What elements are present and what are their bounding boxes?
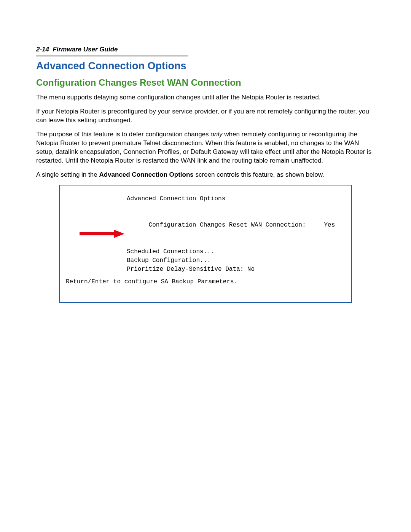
arrow-icon	[80, 212, 124, 220]
paragraph-2: If your Netopia Router is preconfigured …	[36, 107, 375, 125]
svg-marker-1	[114, 230, 124, 238]
paragraph-1: The menu supports delaying some configur…	[36, 93, 375, 102]
running-header: 2-14 Firmware User Guide	[36, 46, 375, 53]
terminal-footer: Return/Enter to configure SA Backup Para…	[66, 278, 237, 286]
terminal-config-value: Yes	[324, 222, 335, 228]
terminal-prioritize: Prioritize Delay-Sensitive Data: No	[66, 265, 345, 274]
doc-title: Firmware User Guide	[53, 46, 118, 53]
document-page: 2-14 Firmware User Guide Advanced Connec…	[0, 0, 411, 532]
paragraph-3: The purpose of this feature is to defer …	[36, 130, 375, 165]
paragraph-4: A single setting in the Advanced Connect…	[36, 171, 375, 179]
terminal-prioritize-value: No	[247, 266, 255, 273]
paragraph-3-only: only	[210, 131, 222, 138]
terminal-prioritize-label: Prioritize Delay-Sensitive Data:	[127, 266, 244, 273]
terminal-blank2	[66, 238, 345, 247]
header-rule	[36, 56, 188, 56]
heading-2: Configuration Changes Reset WAN Connecti…	[36, 77, 375, 88]
heading-1: Advanced Connection Options	[36, 60, 375, 72]
terminal-screenshot: Advanced Connection Options Configuratio…	[59, 185, 352, 303]
terminal-title: Advanced Connection Options	[66, 195, 345, 203]
terminal-backup: Backup Configuration...	[66, 256, 345, 265]
terminal-blank	[66, 203, 345, 212]
paragraph-4b: screen controls this feature, as shown b…	[194, 171, 324, 178]
paragraph-4-bold: Advanced Connection Options	[99, 171, 193, 178]
page-ref: 2-14	[36, 46, 49, 53]
paragraph-4a: A single setting in the	[36, 171, 99, 178]
paragraph-3a: The purpose of this feature is to defer …	[36, 131, 210, 138]
terminal-scheduled: Scheduled Connections...	[66, 248, 345, 256]
svg-rect-0	[80, 232, 114, 235]
terminal-config-row: Configuration Changes Reset WAN Connecti…	[66, 212, 345, 239]
terminal-config-label: Configuration Changes Reset WAN Connecti…	[149, 222, 306, 228]
